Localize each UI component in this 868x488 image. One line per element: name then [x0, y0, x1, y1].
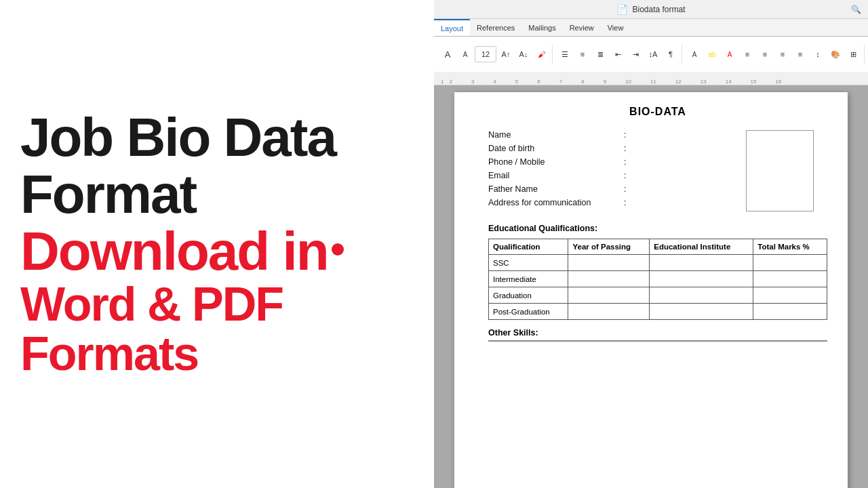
clear-format-btn[interactable]: 🖌 [533, 46, 549, 62]
sort-btn[interactable]: ↕A [645, 46, 661, 62]
word-icon: 📄 [616, 4, 628, 15]
shading-btn[interactable]: 🎨 [827, 46, 844, 62]
align-right-btn[interactable]: ≡ [774, 46, 791, 62]
title-line2: Format [20, 166, 414, 223]
font-group: A A 12 A↑ A↓ 🖌 [437, 45, 553, 64]
table-row: Post-Graduation [489, 304, 827, 320]
row-graduation: Graduation [489, 287, 568, 304]
grow-font-btn[interactable]: A↑ [498, 46, 514, 62]
ruler: 1 2 3 4 5 6 7 8 9 10 11 12 13 14 15 16 [434, 72, 868, 85]
font-size-down-btn[interactable]: A [439, 46, 456, 62]
table-row: Intermediate [489, 271, 827, 287]
left-panel: Job Bio Data Format Download in Word & P… [0, 0, 434, 488]
row-intermediate: Intermediate [489, 271, 568, 287]
search-icon[interactable]: 🔍 [851, 5, 861, 14]
tab-layout[interactable]: Layout [434, 19, 470, 36]
ribbon-tabs: Layout References Mailings Review View [434, 19, 868, 37]
row-post-graduation: Post-Graduation [489, 304, 568, 320]
ribbon-content: A A 12 A↑ A↓ 🖌 ☰ ≡ ≣ ⇤ ⇥ ↕A ¶ A ab A ≡ ≡… [434, 37, 868, 72]
fields-and-photo: Name : Date of birth : Phone / Mobile : [488, 130, 827, 218]
photo-box [746, 130, 814, 211]
col-marks: Total Marks % [753, 239, 827, 255]
ruler-inner: 1 2 3 4 5 6 7 8 9 10 11 12 13 14 15 16 [441, 72, 861, 85]
title-line3: Download in [20, 223, 414, 280]
text-color-btn[interactable]: A [722, 46, 738, 62]
col-qualification: Qualification [489, 239, 568, 255]
other-skills-title: Other Skills: [488, 328, 827, 338]
doc-area: BIO-DATA Name : Date of birth : Phone [434, 85, 868, 488]
font-color-btn[interactable]: A [686, 46, 703, 62]
doc-title: BIO-DATA [488, 106, 827, 118]
align-group: A ab A ≡ ≡ ≡ ≡ ↕ 🎨 ⊞ [684, 45, 865, 64]
doc-page: BIO-DATA Name : Date of birth : Phone [454, 92, 848, 488]
font-size-up-btn[interactable]: A [457, 46, 473, 62]
align-center-btn[interactable]: ≡ [757, 46, 773, 62]
font-size-field[interactable]: 12 [475, 46, 496, 62]
tab-view[interactable]: View [601, 19, 631, 36]
numbering-btn[interactable]: ≡ [574, 46, 591, 62]
indent-inc-btn[interactable]: ⇥ [627, 46, 644, 62]
highlight-btn[interactable]: ab [704, 46, 720, 62]
col-institute: Educational Institute [650, 239, 753, 255]
table-row: SSC [489, 255, 827, 271]
line-spacing-btn[interactable]: ↕ [810, 46, 826, 62]
multilevel-btn[interactable]: ≣ [592, 46, 608, 62]
tab-references[interactable]: References [470, 19, 521, 36]
justify-btn[interactable]: ≡ [792, 46, 808, 62]
paragraph-group: ☰ ≡ ≣ ⇤ ⇥ ↕A ¶ [554, 45, 682, 64]
indent-dec-btn[interactable]: ⇤ [610, 46, 626, 62]
align-left-btn[interactable]: ≡ [739, 46, 755, 62]
education-table: Qualification Year of Passing Educationa… [488, 239, 827, 320]
education-title: Educational Qualifications: [488, 224, 827, 233]
tab-mailings[interactable]: Mailings [521, 19, 562, 36]
title-line4: Word & PDF [20, 280, 414, 330]
bullets-btn[interactable]: ☰ [557, 46, 573, 62]
col-year: Year of Passing [568, 239, 650, 255]
shrink-font-btn[interactable]: A↓ [515, 46, 532, 62]
show-para-btn[interactable]: ¶ [663, 46, 679, 62]
red-dot-icon [332, 243, 344, 256]
borders-btn[interactable]: ⊞ [845, 46, 861, 62]
title-line5: Formats [20, 329, 414, 380]
row-ssc: SSC [489, 255, 568, 271]
right-panel: 📄 Biodata format 🔍 Layout References Mai… [434, 0, 868, 488]
tab-review[interactable]: Review [563, 19, 601, 36]
window-title: Biodata format [632, 5, 685, 14]
skills-line [488, 340, 827, 342]
table-row: Graduation [489, 287, 827, 304]
title-line1: Job Bio Data [20, 109, 414, 166]
title-bar: 📄 Biodata format 🔍 [434, 0, 868, 19]
ruler-label: 1 [441, 79, 443, 85]
